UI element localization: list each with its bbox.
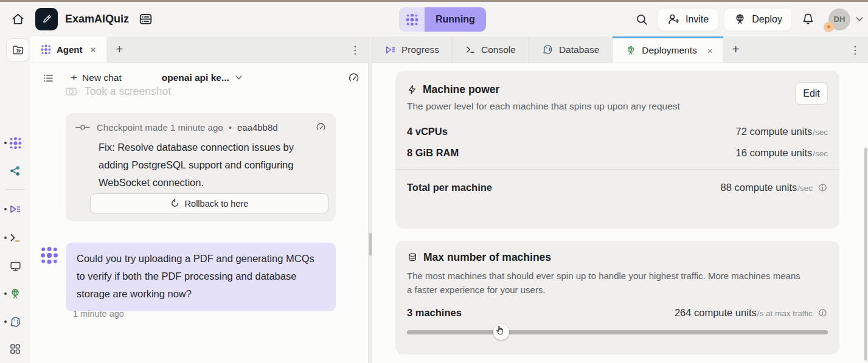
active-dot [4,208,7,210]
dock-item-database[interactable] [0,316,30,328]
replit-agent-icon [41,44,51,55]
max-machines-description: The most machines that should ever spin … [395,269,819,297]
rollback-label: Rollback to here [185,199,249,209]
tab-options-kebab-icon[interactable]: ⋮ [850,36,861,63]
account-menu[interactable]: DH ✦ [826,8,850,31]
tab-deployments-label: Deployments [642,45,696,56]
mouse-cursor-hand-icon [495,325,505,336]
project-info-icon [138,12,153,27]
checkpoint-message: Fix: Resolve database connection issues … [99,139,319,192]
tab-database[interactable]: Database [529,36,613,63]
lightning-icon [407,84,417,95]
left-tabbar: Agent × + ⋮ [30,36,368,63]
dock-item-webview[interactable] [0,260,30,272]
rollback-icon [170,199,179,208]
usage-gauge-icon[interactable] [348,72,359,84]
total-value: 88 compute units/sec [721,182,828,193]
tab-options-kebab-icon[interactable]: ⋮ [350,36,361,63]
history-item-label: Took a screenshot [85,85,171,98]
rollback-button[interactable]: Rollback to here [90,193,328,213]
project-title: ExamAIQuiz [65,13,129,26]
progress-icon [385,44,396,55]
rail-divider [5,189,25,190]
tab-progress[interactable]: Progress [372,36,453,63]
close-tab-icon[interactable]: × [705,44,715,57]
header-right-cluster: Invite Deploy DH ✦ [631,2,863,36]
agent-chat-content: + New chat openai api ke... Took a scree… [30,64,368,363]
invite-person-icon [667,13,680,26]
dock-item-workflows[interactable] [0,165,30,177]
card-divider [395,169,839,170]
tab-agent[interactable]: Agent × [30,36,106,63]
machines-slider-handle[interactable] [493,324,509,340]
search-icon [635,13,648,26]
tab-console-label: Console [481,44,516,55]
checkpoint-dot: • [229,122,232,133]
folder-expand-icon [12,44,24,57]
conversation-selector[interactable]: openai api ke... [162,72,242,83]
deployments-icon [625,45,636,56]
conversation-title: openai api ke... [162,72,229,83]
ram-label: 8 GiB RAM [407,147,459,159]
left-panel-scrollbar-thumb[interactable] [369,233,372,256]
machines-count-label: 3 machines [407,307,462,319]
max-machines-title-row: Max number of machines [395,251,839,264]
spec-row-ram: 8 GiB RAM 16 compute units/sec [395,147,839,159]
usage-gauge-icon[interactable] [316,122,326,133]
bell-icon [801,12,815,26]
new-tab-button[interactable]: + [106,36,132,63]
toggle-sidebar-button[interactable] [6,38,29,61]
ram-value: 16 compute units/sec [736,147,828,159]
right-panel-scrollbar-thumb[interactable] [864,148,867,361]
tab-progress-label: Progress [401,44,439,55]
replit-logo-icon [399,7,425,32]
max-machines-slider [407,324,828,341]
dock-item-agent[interactable] [0,137,30,150]
dock-item-all-tools[interactable] [0,343,30,355]
tab-deployments[interactable]: Deployments × [613,36,723,63]
info-icon[interactable] [818,182,828,193]
invite-button[interactable]: Invite [658,8,718,31]
info-icon[interactable] [818,308,828,318]
workflows-icon [9,165,21,177]
search-button[interactable] [631,9,652,30]
header-left-cluster: ExamAIQuiz [7,2,156,36]
home-button[interactable] [7,9,28,30]
new-chat-button[interactable]: + New chat [71,71,122,85]
notifications-button[interactable] [797,9,818,30]
deployments-icon [9,288,21,300]
max-machines-title: Max number of machines [423,251,551,264]
project-app-icon[interactable] [35,8,58,30]
tab-database-label: Database [559,44,599,55]
deploy-button[interactable]: Deploy [724,8,792,31]
console-icon [465,44,476,55]
slider-track[interactable] [407,330,828,334]
close-tab-icon[interactable]: × [88,43,99,56]
panel-resize-gutter[interactable] [368,36,372,363]
run-status-badge[interactable]: Running [399,7,486,32]
dock-item-progress[interactable] [0,203,30,215]
tab-console[interactable]: Console [453,36,529,63]
dock-item-console[interactable] [0,232,30,244]
account-chevron-down-icon[interactable] [856,17,863,22]
machine-power-title-row: Machine power [407,83,499,96]
deploy-label: Deploy [752,14,782,25]
agent-message-row: Could you try uploading a PDF and genera… [40,243,336,311]
cpu-value: 72 compute units/sec [736,126,828,137]
machine-power-title: Machine power [423,83,499,96]
checkpoint-card: Checkpoint made 1 minute ago • eaa4bb8d … [66,113,336,221]
avatar-sparkle-badge: ✦ [824,22,834,32]
deployments-content: Machine power Edit The power level for e… [372,64,868,363]
console-icon [9,232,21,244]
chat-history-icon[interactable] [43,72,54,84]
total-label: Total per machine [407,182,492,193]
edit-machine-power-button[interactable]: Edit [795,82,828,105]
tools-panel: Progress Console Database Deployments × … [372,36,868,363]
camera-icon [64,85,78,98]
new-tab-button[interactable]: + [723,36,749,63]
project-info-button[interactable] [135,9,156,30]
replit-agent-icon [9,137,22,150]
checkpoint-icon [75,124,91,131]
dock-item-deployments[interactable] [0,288,30,300]
machine-power-card: Machine power Edit The power level for e… [395,71,839,229]
